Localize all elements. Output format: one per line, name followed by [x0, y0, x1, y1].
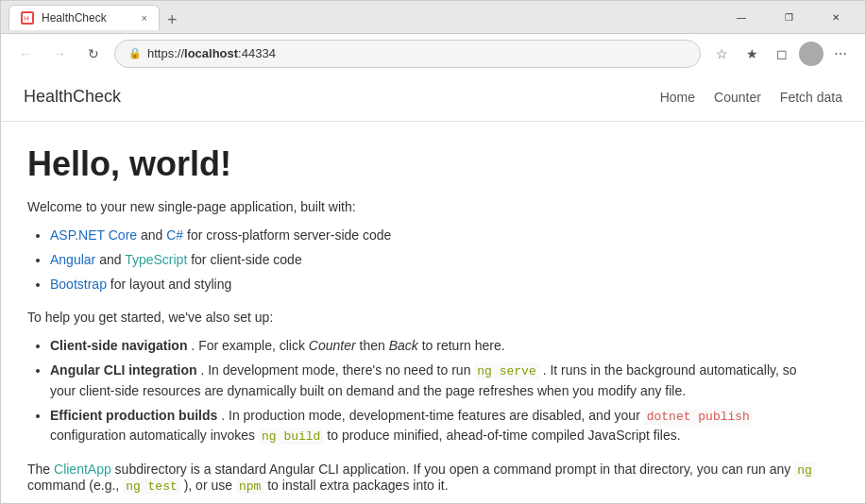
section2-intro: To help you get started, we've also set … — [27, 310, 824, 325]
aspnet-link[interactable]: ASP.NET Core — [50, 227, 137, 243]
counter-italic: Counter — [309, 338, 356, 353]
tab-title: HealthCheck — [42, 11, 134, 25]
share-icon[interactable]: ◻ — [769, 41, 795, 67]
prod-text3: to produce minified, ahead-of-time compi… — [327, 428, 680, 443]
main-content: Hello, world! Welcome to your new single… — [1, 122, 851, 503]
url-port: :44334 — [238, 46, 276, 60]
list-item: Angular and TypeScript for client-side c… — [50, 250, 824, 270]
list-item: Bootstrap for layout and styling — [50, 275, 824, 294]
minimize-button[interactable]: — — [720, 4, 763, 30]
forward-button[interactable]: → — [46, 41, 73, 67]
csharp-link[interactable]: C# — [166, 227, 183, 243]
nav-home[interactable]: Home — [660, 90, 695, 105]
app-header: HealthCheck Home Counter Fetch data — [1, 73, 865, 122]
url-text: https://localhost:44334 — [147, 46, 276, 60]
ng-build-code: ng build — [259, 428, 323, 445]
profile-avatar[interactable] — [799, 42, 824, 66]
prod-text2: configuration automatically invokes — [50, 428, 259, 443]
dotnet-publish-code: dotnet publish — [644, 409, 753, 425]
app-nav: Home Counter Fetch data — [660, 90, 842, 105]
footer-text1: The — [27, 462, 54, 477]
ng-serve-code: ng serve — [474, 363, 538, 379]
nav-text1: . For example, click — [191, 338, 308, 353]
and-text2: and — [99, 252, 125, 267]
url-host: localhost — [184, 46, 238, 60]
restore-button[interactable]: ❐ — [767, 4, 810, 30]
footer-text5: to install extra packages into it. — [267, 478, 448, 493]
nav-text2: then — [360, 338, 389, 353]
footer-text4: ), or use — [184, 478, 236, 493]
nav-counter[interactable]: Counter — [714, 90, 761, 105]
url-bar[interactable]: 🔒 https://localhost:44334 — [114, 40, 701, 68]
angular-description: for client-side code — [191, 252, 302, 267]
nav-fetch-data[interactable]: Fetch data — [780, 90, 842, 105]
tab-favicon: H — [21, 11, 34, 25]
svg-text:H: H — [24, 14, 29, 23]
new-tab-button[interactable]: + — [160, 10, 185, 30]
prod-text1: . In production mode, development-time f… — [221, 408, 643, 423]
page-title: Hello, world! — [27, 144, 824, 184]
title-bar: H HealthCheck × + — ❐ ✕ — [1, 1, 865, 33]
footer-text3: command (e.g., — [27, 478, 123, 493]
nav-text3: to return here. — [422, 338, 505, 353]
address-bar: ← → ↻ 🔒 https://localhost:44334 ☆ ★ ◻ ⋯ — [1, 33, 865, 73]
npm-code: npm — [236, 479, 263, 495]
list-item-nav: Client-side navigation . For example, cl… — [50, 336, 824, 356]
tab-bar: H HealthCheck × + — [8, 5, 716, 30]
close-button[interactable]: ✕ — [814, 4, 858, 30]
back-italic: Back — [389, 338, 418, 353]
ng-test-code: ng test — [123, 479, 180, 495]
bootstrap-description: for layout and styling — [110, 277, 231, 292]
footer-paragraph: The ClientApp subdirectory is a standard… — [27, 462, 824, 494]
star-icon[interactable]: ☆ — [708, 41, 735, 67]
refresh-button[interactable]: ↻ — [80, 41, 107, 67]
and-text: and — [141, 227, 166, 243]
footer-text2: subdirectory is a standard Angular CLI a… — [115, 462, 795, 477]
feature-list-2: Client-side navigation . For example, cl… — [50, 336, 824, 446]
back-button[interactable]: ← — [12, 41, 39, 67]
typescript-link[interactable]: TypeScript — [125, 252, 187, 267]
intro-text: Welcome to your new single-page applicat… — [27, 199, 824, 214]
clientapp-link[interactable]: ClientApp — [54, 462, 111, 477]
window-controls: — ❐ ✕ — [720, 4, 858, 30]
list-item-prod: Efficient production builds . In product… — [50, 406, 824, 446]
page-content: HealthCheck Home Counter Fetch data Hell… — [1, 73, 865, 503]
collection-icon[interactable]: ★ — [739, 41, 765, 67]
menu-icon[interactable]: ⋯ — [827, 41, 854, 67]
aspnet-description: for cross-platform server-side code — [187, 227, 391, 243]
bootstrap-link[interactable]: Bootstrap — [50, 277, 107, 292]
active-tab[interactable]: H HealthCheck × — [8, 5, 160, 30]
prod-title: Efficient production builds — [50, 408, 217, 423]
toolbar-icons: ☆ ★ ◻ ⋯ — [708, 41, 854, 67]
feature-list-1: ASP.NET Core and C# for cross-platform s… — [50, 226, 824, 294]
lock-icon: 🔒 — [128, 47, 142, 59]
angular-link[interactable]: Angular — [50, 252, 95, 267]
list-item: ASP.NET Core and C# for cross-platform s… — [50, 226, 824, 245]
nav-title: Client-side navigation — [50, 338, 187, 353]
list-item-cli: Angular CLI integration . In development… — [50, 361, 824, 401]
ng-command-code: ng — [794, 462, 815, 479]
cli-text1: . In development mode, there's no need t… — [200, 362, 474, 378]
app-brand: HealthCheck — [24, 87, 121, 107]
cli-title: Angular CLI integration — [50, 362, 197, 378]
tab-close-button[interactable]: × — [142, 12, 147, 24]
